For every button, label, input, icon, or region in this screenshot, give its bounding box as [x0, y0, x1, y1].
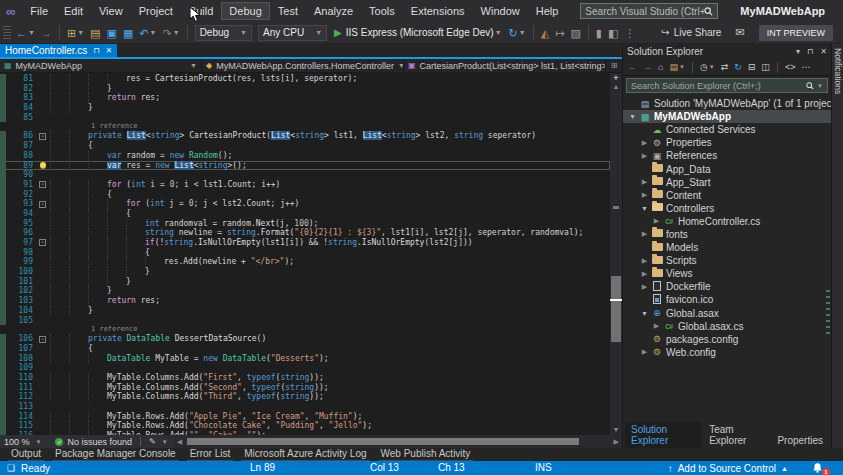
- code-line-83[interactable]: 83return res;: [0, 93, 610, 103]
- pin-panel-icon[interactable]: ⊓: [807, 47, 813, 56]
- solution-explorer-search-box[interactable]: Search Solution Explorer (Ctrl+;) ▼: [626, 78, 828, 93]
- tree-item-global-asax[interactable]: ▼⊕Global.asax: [623, 307, 831, 320]
- editor-horizontal-scrollbar[interactable]: ◀ ▶: [174, 435, 622, 448]
- collapse-arrow-icon[interactable]: ▶: [639, 139, 650, 147]
- redo-button[interactable]: ↷▼: [160, 26, 181, 40]
- code-line-94[interactable]: 94{: [0, 209, 610, 219]
- se-preview-code-icon[interactable]: <>: [783, 62, 798, 72]
- new-project-button[interactable]: ⊞▼: [65, 26, 86, 40]
- code-line-112[interactable]: 112MyTable.Columns.Add("Third", typeof(s…: [0, 392, 610, 402]
- codelens-references[interactable]: 1 reference: [0, 122, 610, 131]
- zoom-level-dropdown[interactable]: 100 % ▼: [0, 437, 45, 447]
- tree-item-properties[interactable]: ▶⚙Properties: [623, 136, 831, 149]
- tree-item-references[interactable]: ▶▣References: [623, 149, 831, 162]
- code-line-113[interactable]: 113: [0, 402, 610, 412]
- code-line-93[interactable]: 93-for (int j = 0; j < lst2.Count; j++): [0, 199, 610, 209]
- fold-toggle-icon[interactable]: -: [39, 133, 46, 140]
- menu-test[interactable]: Test: [270, 2, 306, 20]
- pin-tab-icon[interactable]: ⊓: [93, 46, 99, 55]
- type-dropdown[interactable]: ◆MyMADWebApp.Controllers.HomeController▼: [202, 59, 404, 72]
- code-line-106[interactable]: 106-private DataTable DessertDataSource(…: [0, 334, 610, 344]
- build-selection-button[interactable]: ▨: [568, 26, 582, 40]
- se-show-all-files-icon[interactable]: ◫: [759, 62, 772, 72]
- expand-arrow-icon[interactable]: ▼: [639, 310, 650, 317]
- se-switch-views-icon[interactable]: ▤▼: [667, 62, 686, 72]
- code-line-90[interactable]: 90: [0, 170, 610, 180]
- fold-toggle-icon[interactable]: -: [39, 201, 46, 208]
- chevron-down-icon[interactable]: ▼: [817, 83, 823, 89]
- tree-item-app-data[interactable]: App_Data: [623, 162, 831, 175]
- save-button[interactable]: ▣: [105, 26, 119, 40]
- code-line-84[interactable]: 84}: [0, 103, 610, 113]
- int-preview-badge[interactable]: INT PREVIEW: [759, 25, 833, 41]
- tree-item-solution-mymadwebapp-1-of-1-project-[interactable]: ▤Solution 'MyMADWebApp' (1 of 1 project): [623, 97, 831, 110]
- quick-actions-lightbulb-icon[interactable]: [40, 162, 46, 168]
- tree-item-homecontroller-cs[interactable]: ▶C#HomeController.cs: [623, 215, 831, 228]
- chevron-down-icon[interactable]: ▼: [162, 439, 168, 445]
- live-share-button[interactable]: ↪ Live Share: [661, 27, 721, 38]
- collapse-arrow-icon[interactable]: ▶: [639, 348, 650, 356]
- member-dropdown[interactable]: ▣CartesianProduct(List<string> lst1, Lis…: [404, 59, 606, 72]
- open-file-button[interactable]: ▤: [88, 26, 102, 40]
- code-line-95[interactable]: 95int randomval = random.Next(j, 100);: [0, 219, 610, 229]
- collapse-arrow-icon[interactable]: ▶: [639, 270, 650, 278]
- fold-toggle-icon[interactable]: -: [39, 239, 46, 246]
- close-tab-icon[interactable]: ✕: [106, 46, 113, 55]
- code-line-111[interactable]: 111MyTable.Columns.Add("Second", typeof(…: [0, 383, 610, 393]
- menu-edit[interactable]: Edit: [56, 2, 91, 20]
- notifications-bell-button[interactable]: 1: [812, 462, 825, 474]
- se-forward-icon[interactable]: →: [641, 62, 654, 72]
- se-refresh-icon[interactable]: ↻: [732, 62, 744, 72]
- scroll-down-icon[interactable]: ▼: [613, 426, 620, 435]
- code-line-101[interactable]: 101}: [0, 277, 610, 287]
- send-feedback-icon[interactable]: ✉: [735, 26, 744, 39]
- navigate-bookmark-button[interactable]: ◧: [606, 26, 620, 40]
- code-cleanup-icon[interactable]: ✎: [149, 437, 156, 446]
- menu-tools[interactable]: Tools: [361, 2, 403, 20]
- scroll-left-icon[interactable]: ◀: [174, 438, 185, 446]
- code-line-98[interactable]: 98{: [0, 248, 610, 258]
- code-line-100[interactable]: 100}: [0, 267, 610, 277]
- solution-platforms-combo[interactable]: Any CPU▼: [258, 25, 327, 41]
- tree-item-packages-config[interactable]: ⚙packages.config: [623, 333, 831, 346]
- attach-to-process-button[interactable]: ↦: [553, 26, 566, 40]
- collapse-arrow-icon[interactable]: ▶: [639, 283, 650, 291]
- tree-item-views[interactable]: ▶Views: [623, 267, 831, 280]
- project-dropdown[interactable]: ▦MyMADWebApp▼: [0, 59, 202, 72]
- se-collapse-all-icon[interactable]: ⊟: [746, 62, 758, 72]
- breadcrumb-extra-icon[interactable]: ⊞: [606, 59, 622, 72]
- code-line-81[interactable]: 81res = CartesianProduct(res, lsts[i], s…: [0, 74, 610, 84]
- code-line-99[interactable]: 99res.Add(newline + "</br>");: [0, 257, 610, 267]
- collapse-arrow-icon[interactable]: ▶: [639, 230, 650, 238]
- code-line-85[interactable]: 85: [0, 113, 610, 123]
- tree-item-controllers[interactable]: ▼Controllers: [623, 202, 831, 215]
- tree-item-global-asax-cs[interactable]: ▶C#Global.asax.cs: [623, 320, 831, 333]
- collapse-arrow-icon[interactable]: ▶: [639, 178, 650, 186]
- solution-explorer-header[interactable]: Solution Explorer ▾ ⊓ ✕: [623, 44, 831, 59]
- code-line-110[interactable]: 110MyTable.Columns.Add("First", typeof(s…: [0, 373, 610, 383]
- undo-button[interactable]: ↶▼: [137, 26, 158, 40]
- menu-window[interactable]: Window: [473, 2, 528, 20]
- code-line-115[interactable]: 115MyTable.Rows.Add("Chocolate Cake", "P…: [0, 421, 610, 431]
- tree-item-connected-services[interactable]: ☁Connected Services: [623, 123, 831, 136]
- menu-build[interactable]: Build: [181, 2, 221, 20]
- notifications-tab[interactable]: Notifications: [833, 48, 843, 94]
- panel-tab-error-list[interactable]: Error List: [187, 448, 234, 461]
- tree-item-mymadwebapp[interactable]: ▼▦MyMADWebApp: [623, 110, 831, 123]
- h-scrollbar-thumb[interactable]: [187, 438, 578, 445]
- code-line-109[interactable]: 109: [0, 363, 610, 373]
- window-position-icon[interactable]: ▾: [796, 47, 800, 56]
- menu-file[interactable]: File: [22, 2, 56, 20]
- tree-item-favicon-ico[interactable]: favicon.ico: [623, 293, 831, 306]
- solution-configurations-combo[interactable]: Debug▼: [195, 25, 252, 41]
- se-sync-icon[interactable]: ⇄: [719, 62, 731, 72]
- se-overflow-icon[interactable]: ⋯: [799, 62, 812, 72]
- bookmark-button[interactable]: ▮: [594, 26, 604, 40]
- code-line-108[interactable]: 108DataTable MyTable = new DataTable("De…: [0, 354, 610, 364]
- close-panel-icon[interactable]: ✕: [820, 47, 827, 56]
- se-home-icon[interactable]: ⌂: [656, 62, 665, 72]
- menu-analyze[interactable]: Analyze: [306, 2, 361, 20]
- menu-project[interactable]: Project: [131, 2, 181, 20]
- refresh-button[interactable]: ↻▼: [507, 26, 528, 40]
- tree-item-fonts[interactable]: ▶fonts: [623, 228, 831, 241]
